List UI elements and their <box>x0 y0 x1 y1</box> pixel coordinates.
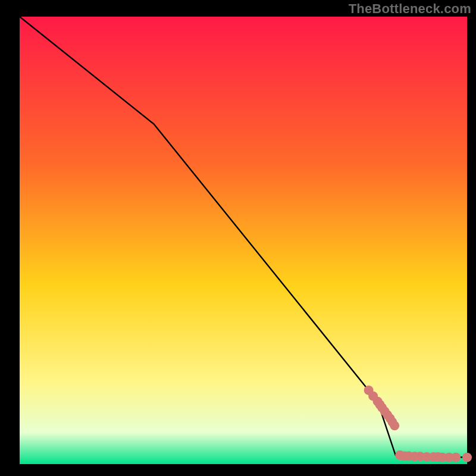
watermark-label: TheBottleneck.com <box>349 1 471 17</box>
data-marker <box>462 453 472 462</box>
chart-frame: TheBottleneck.com <box>0 0 476 476</box>
data-marker <box>390 421 399 430</box>
chart-svg <box>0 0 476 476</box>
gradient-background <box>20 17 467 464</box>
data-marker <box>451 453 461 462</box>
